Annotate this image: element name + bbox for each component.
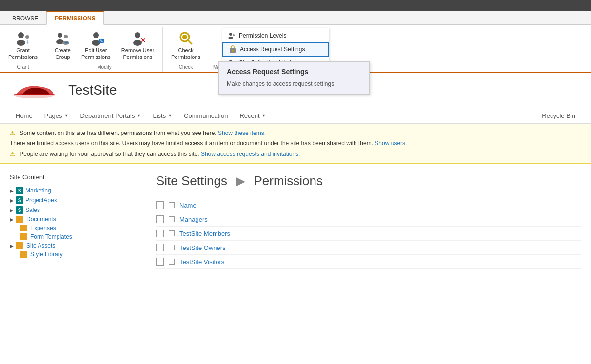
grant-permissions-button[interactable]: + GrantPermissions [4, 28, 42, 63]
tree-item-style-library[interactable]: Style Library [10, 250, 137, 259]
perm-check-outer-testsite-members[interactable] [156, 230, 164, 237]
warning-line-3: ⚠ People are waiting for your approval s… [10, 149, 581, 160]
ribbon-group-grant: + GrantPermissions Grant [0, 27, 46, 72]
perm-name-testsite-members[interactable]: TestSite Members [179, 230, 230, 237]
svg-text:✕: ✕ [140, 37, 145, 44]
check-permissions-label: CheckPermissions [171, 47, 200, 61]
check-permissions-button[interactable]: CheckPermissions [167, 28, 205, 63]
perm-check-outer-testsite-owners[interactable] [156, 244, 164, 251]
nav-item-department-portals[interactable]: Department Portals ▼ [74, 108, 147, 123]
style-library-label: Style Library [30, 251, 63, 258]
perm-check-inner-testsite-members[interactable] [169, 230, 175, 236]
remove-user-permissions-label: Remove UserPermissions [121, 47, 154, 61]
tooltip-box: Access Request Settings Make changes to … [218, 61, 370, 95]
form-templates-label: Form Templates [30, 233, 72, 240]
ribbon-group-modify: + CreateGroup ✎ Edit UserPermissions [46, 27, 163, 72]
nav-item-pages[interactable]: Pages ▼ [39, 108, 75, 123]
perm-check-inner-testsite-owners[interactable] [169, 245, 175, 250]
nav-item-home[interactable]: Home [10, 108, 39, 123]
svg-text:+: + [26, 38, 30, 46]
svg-point-4 [58, 33, 62, 38]
grant-permissions-icon: + [15, 30, 31, 46]
dept-portals-dropdown-icon: ▼ [137, 113, 141, 118]
permission-levels-icon [227, 31, 236, 40]
tree-item-form-templates[interactable]: Form Templates [10, 232, 137, 241]
ribbon-body: + GrantPermissions Grant + [0, 25, 591, 73]
perm-row-testsite-members: TestSite Members [156, 227, 581, 241]
site-assets-label: Site Assets [26, 242, 55, 249]
create-group-label: CreateGroup [55, 47, 71, 61]
edit-user-permissions-icon: ✎ [88, 30, 104, 46]
create-group-button[interactable]: + CreateGroup [50, 28, 75, 63]
marketing-icon: S [16, 187, 23, 194]
perm-name-managers[interactable]: Managers [179, 216, 208, 223]
nav-item-lists[interactable]: Lists ▼ [147, 108, 178, 123]
show-items-link[interactable]: Show these items. [218, 130, 266, 136]
documents-label: Documents [26, 216, 56, 223]
perm-check-inner-testsite-visitors[interactable] [169, 259, 175, 265]
warning-line-1: ⚠ Some content on this site has differen… [10, 128, 581, 139]
tree-item-marketing[interactable]: ▶ S Marketing [10, 186, 137, 195]
tree-item-documents[interactable]: ▶ Documents [10, 215, 137, 224]
perm-check-outer-testsite-visitors[interactable] [156, 258, 164, 266]
sales-icon: S [16, 206, 23, 214]
svg-point-6 [64, 35, 68, 38]
show-access-requests-link[interactable]: Show access requests and invitations. [201, 151, 300, 157]
site-content-panel: Site Content ▶ S Marketing ▶ S ProjectAp… [10, 173, 137, 269]
perm-row-testsite-owners: TestSite Owners [156, 241, 581, 255]
access-request-settings-label: Access Request Settings [240, 46, 305, 53]
warning-line-2: There are limited access users on this s… [10, 138, 581, 149]
modify-group-label: Modify [97, 63, 111, 71]
projectapex-icon: S [16, 196, 23, 204]
tree-item-sales[interactable]: ▶ S Sales [10, 205, 137, 215]
perm-name-testsite-visitors[interactable]: TestSite Visitors [179, 258, 224, 266]
warning-icon-1: ⚠ [10, 130, 15, 136]
tab-permissions[interactable]: PERMISSIONS [46, 11, 103, 25]
site-title: TestSite [68, 82, 117, 98]
nav-item-recycle-bin[interactable]: Recycle Bin [536, 108, 581, 123]
nav-item-communication[interactable]: Communication [178, 108, 234, 123]
access-request-settings-item[interactable]: Access Request Settings Access Request S… [222, 42, 329, 57]
perm-check-inner-managers[interactable] [169, 216, 175, 222]
perm-check-outer-managers[interactable] [156, 215, 164, 223]
remove-user-permissions-icon: ✕ [130, 30, 145, 46]
warning-bar: ⚠ Some content on this site has differen… [0, 124, 591, 164]
create-group-icon: + [55, 30, 70, 46]
tab-browse[interactable]: BROWSE [4, 12, 46, 24]
svg-point-21 [233, 34, 235, 36]
top-bar [0, 0, 591, 11]
tree-arrow-sales: ▶ [10, 208, 14, 213]
perm-header-check-outer[interactable] [156, 201, 164, 209]
show-users-link[interactable]: Show users. [374, 140, 407, 147]
grant-permissions-label: GrantPermissions [8, 47, 38, 61]
recent-dropdown-icon: ▼ [262, 113, 266, 118]
remove-user-permissions-button[interactable]: ✕ Remove UserPermissions [117, 28, 158, 63]
svg-point-19 [229, 33, 232, 36]
tree-item-projectapex[interactable]: ▶ S ProjectApex [10, 195, 137, 205]
permissions-arrow: ▶ [236, 173, 245, 188]
site-content-title: Site Content [10, 173, 137, 181]
svg-point-20 [228, 37, 233, 39]
edit-user-permissions-button[interactable]: ✎ Edit UserPermissions [77, 28, 115, 63]
svg-text:✎: ✎ [100, 39, 103, 43]
permissions-panel: Site Settings ▶ Permissions Name Manager… [156, 173, 581, 269]
grant-group-label: Grant [17, 63, 29, 71]
projectapex-label: ProjectApex [25, 197, 57, 204]
ribbon-group-check: CheckPermissions Check [163, 27, 209, 72]
tooltip-title: Access Request Settings [227, 68, 361, 76]
nav-item-recent[interactable]: Recent ▼ [234, 108, 272, 123]
tree-item-site-assets[interactable]: ▶ Site Assets [10, 241, 137, 250]
expenses-label: Expenses [30, 225, 56, 231]
permission-levels-item[interactable]: Permission Levels [222, 29, 329, 42]
tree-arrow-marketing: ▶ [10, 188, 14, 193]
tree-item-expenses[interactable]: Expenses [10, 224, 137, 232]
svg-line-17 [188, 40, 192, 44]
manage-dropdown: Permission Levels Access Request Setting… [222, 28, 329, 71]
edit-user-permissions-label: Edit UserPermissions [81, 47, 111, 61]
perm-header-row: Name [156, 198, 581, 212]
perm-header-name: Name [179, 202, 197, 209]
style-library-icon [20, 251, 27, 258]
perm-name-testsite-owners[interactable]: TestSite Owners [179, 244, 226, 251]
perm-header-check-inner[interactable] [169, 202, 175, 208]
nav-bar: Home Pages ▼ Department Portals ▼ Lists … [0, 108, 591, 124]
